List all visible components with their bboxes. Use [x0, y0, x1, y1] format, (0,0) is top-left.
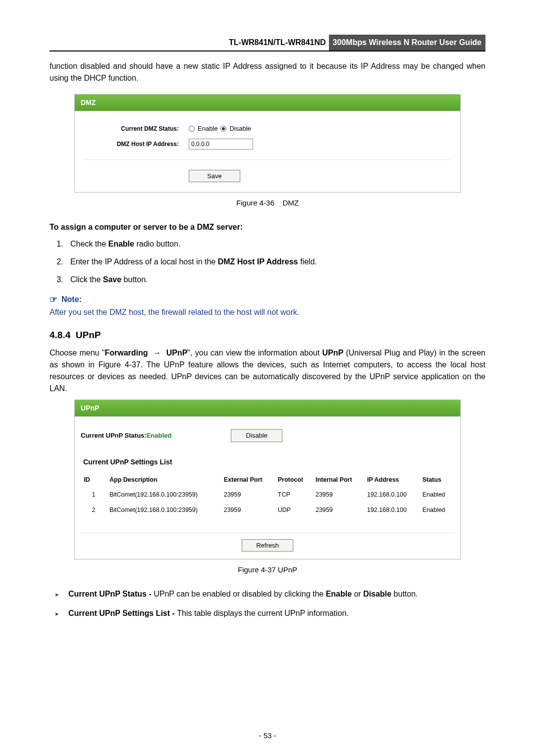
dmz-figure-caption: Figure 4-36 DMZ — [50, 198, 485, 209]
dmz-enable-text: Enable — [198, 124, 217, 134]
step-2: Enter the IP Address of a local host in … — [65, 256, 485, 268]
table-row: 1 BitComet(192.168.0.100:23959) 23959 TC… — [81, 487, 454, 503]
note-heading: ☞ Note: — [50, 293, 485, 306]
col-ext: External Port — [221, 472, 275, 488]
assign-heading: To assign a computer or server to be a D… — [50, 221, 485, 233]
dmz-ip-input[interactable] — [189, 139, 253, 150]
dmz-disable-radio[interactable] — [220, 126, 226, 132]
page-number: - 53 - — [0, 730, 535, 742]
dmz-panel-title: DMZ — [75, 95, 460, 111]
col-proto: Protocol — [275, 472, 313, 488]
dmz-enable-radio[interactable] — [189, 126, 195, 132]
upnp-description: Choose menu "Forwarding → UPnP", you can… — [50, 347, 485, 395]
step-1: Check the Enable radio button. — [65, 238, 485, 250]
bullet-list: Current UPnP Settings List - This table … — [59, 607, 485, 619]
step-3: Click the Save button. — [65, 274, 485, 286]
table-row: 2 BitComet(192.168.0.100:23959) 23959 UD… — [81, 503, 454, 518]
disable-button[interactable]: Disable — [231, 429, 282, 442]
intro-text: function disabled and should have a new … — [50, 60, 485, 84]
note-text: After you set the DMZ host, the firewall… — [50, 306, 485, 318]
col-intp: Internal Port — [313, 472, 364, 488]
col-status: Status — [420, 472, 454, 488]
upnp-status-value: Enabled — [147, 431, 172, 441]
page-header: TL-WR841N/TL-WR841ND 300Mbps Wireless N … — [50, 35, 485, 51]
upnp-bullets: Current UPnP Status - UPnP can be enable… — [50, 588, 485, 619]
upnp-panel: UPnP Current UPnP Status: Enabled Disabl… — [74, 400, 461, 559]
upnp-figure-caption: Figure 4-37 UPnP — [50, 564, 485, 576]
bullet-status: Current UPnP Status - UPnP can be enable… — [59, 588, 485, 600]
upnp-heading: 4.8.4 UPnP — [50, 328, 485, 343]
table-header-row: ID App Description External Port Protoco… — [81, 472, 454, 488]
dmz-disable-text: Disable — [229, 124, 251, 134]
header-model: TL-WR841N/TL-WR841ND — [226, 35, 329, 50]
assign-steps: Check the Enable radio button. Enter the… — [50, 238, 485, 286]
col-app: App Description — [107, 472, 221, 488]
note-label: Note: — [61, 294, 82, 305]
col-ip: IP Address — [364, 472, 420, 488]
upnp-table: ID App Description External Port Protoco… — [81, 472, 454, 518]
refresh-button[interactable]: Refresh — [242, 539, 293, 552]
upnp-list-title: Current UPnP Settings List — [81, 457, 454, 467]
upnp-panel-title: UPnP — [75, 400, 460, 416]
dmz-panel: DMZ Current DMZ Status: Enable Disable D… — [74, 94, 461, 193]
save-button[interactable]: Save — [189, 170, 240, 183]
dmz-status-label: Current DMZ Status: — [85, 124, 189, 133]
hand-icon: ☞ — [50, 293, 57, 306]
upnp-status-label: Current UPnP Status: — [81, 431, 147, 441]
col-id: ID — [81, 472, 107, 488]
dmz-ip-label: DMZ Host IP Address: — [85, 140, 189, 149]
header-title: 300Mbps Wireless N Router User Guide — [329, 35, 485, 50]
